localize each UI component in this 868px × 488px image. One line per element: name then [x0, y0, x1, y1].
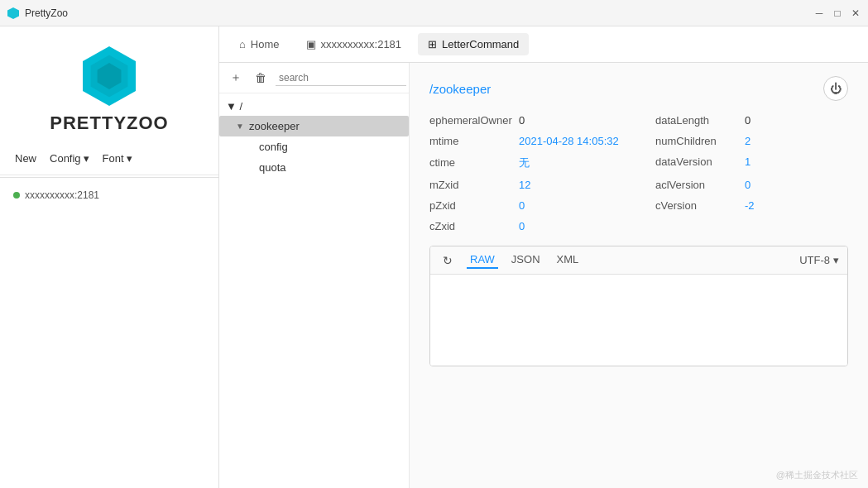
sidebar-connections: xxxxxxxxxx:2181 [0, 179, 218, 211]
zookeeper-label: zookeeper [249, 120, 300, 132]
data-version-label: dataVersion [655, 155, 738, 168]
encoding-arrow-icon: ▾ [833, 254, 839, 266]
pzxid-label: pZxid [429, 199, 512, 212]
cversion-row: cVersion -2 [655, 199, 848, 212]
tab-home-label: Home [251, 38, 280, 50]
home-icon: ⌂ [239, 38, 246, 50]
ephemeral-owner-row: ephemeralOwner 0 [429, 114, 622, 127]
config-label: Config [50, 152, 81, 165]
ephemeral-owner-label: ephemeralOwner [429, 114, 512, 127]
tab-letter-label: LetterCommand [442, 38, 519, 50]
logo-hex-icon [76, 43, 142, 109]
data-length-value: 0 [745, 114, 751, 127]
tree-root-node[interactable]: ▼ / [219, 97, 409, 116]
tab-home[interactable]: ⌂ Home [229, 33, 290, 55]
logo-container: PRETTYZOO [50, 43, 168, 134]
sidebar-menu: New Config ▾ Font ▾ [0, 142, 218, 175]
sidebar: PRETTYZOO New Config ▾ Font ▾ xxxxxxxxxx… [0, 26, 219, 488]
sidebar-divider [0, 177, 218, 178]
minimize-button[interactable]: ─ [813, 7, 825, 19]
mtime-value: 2021-04-28 14:05:32 [519, 135, 619, 147]
tree-delete-button[interactable]: 🗑 [251, 69, 271, 87]
pzxid-row: pZxid 0 [429, 199, 622, 212]
acl-version-row: aclVersion 0 [655, 179, 848, 191]
data-version-row: dataVersion 1 [655, 155, 848, 170]
data-length-label: dataLength [655, 114, 738, 127]
tree-panel: ＋ 🗑 ▼ / ▼ zookeeper [219, 63, 410, 488]
acl-version-value: 0 [745, 179, 751, 191]
czxid-row: cZxid 0 [429, 220, 622, 232]
detail-panel: /zookeeper ⏻ ephemeralOwner 0 dataLength… [410, 63, 868, 488]
new-button[interactable]: New [10, 149, 41, 168]
app-title: PrettyZoo [25, 7, 813, 19]
tab-server[interactable]: ▣ xxxxxxxxxx:2181 [296, 33, 412, 55]
sidebar-logo: PRETTYZOO [0, 26, 218, 142]
num-children-row: numChildren 2 [655, 135, 848, 147]
tree-nodes: ▼ / ▼ zookeeper config quota [219, 93, 409, 488]
editor-toolbar: ↻ RAW JSON XML UTF-8 ▾ [430, 246, 847, 275]
tree-node-zookeeper[interactable]: ▼ zookeeper [219, 116, 409, 136]
format-tab-raw[interactable]: RAW [467, 251, 498, 269]
tree-search-input[interactable] [276, 70, 406, 86]
format-tab-json[interactable]: JSON [508, 251, 544, 269]
letter-icon: ⊞ [428, 38, 437, 50]
close-button[interactable]: ✕ [850, 7, 861, 19]
title-bar: PrettyZoo ─ □ ✕ [0, 0, 868, 26]
data-version-value: 1 [745, 155, 751, 168]
cversion-label: cVersion [655, 199, 738, 212]
tree-node-quota[interactable]: quota [219, 157, 409, 178]
data-editor: ↻ RAW JSON XML UTF-8 ▾ [429, 246, 848, 366]
pzxid-value: 0 [519, 199, 525, 212]
svg-marker-0 [7, 7, 19, 19]
tree-add-button[interactable]: ＋ [226, 68, 246, 88]
num-children-value: 2 [745, 135, 751, 147]
config-button[interactable]: Config ▾ [45, 149, 94, 168]
editor-encoding-selector[interactable]: UTF-8 ▾ [799, 254, 839, 266]
connection-label: xxxxxxxxxx:2181 [25, 189, 99, 201]
czxid-value: 0 [519, 220, 525, 232]
config-arrow-icon: ▾ [84, 152, 89, 165]
cversion-value: -2 [745, 199, 755, 212]
window-controls: ─ □ ✕ [813, 7, 861, 19]
font-label: Font [103, 152, 124, 165]
config-node-label: config [259, 141, 288, 153]
ctime-value: 无 [519, 155, 530, 170]
server-icon: ▣ [306, 38, 316, 50]
root-label: / [239, 100, 242, 112]
zookeeper-arrow-icon: ▼ [236, 122, 246, 131]
content-area: ⌂ Home ▣ xxxxxxxxxx:2181 ⊞ LetterCommand… [219, 26, 868, 488]
mzxid-value: 12 [519, 179, 530, 191]
tab-bar: ⌂ Home ▣ xxxxxxxxxx:2181 ⊞ LetterCommand [219, 26, 868, 63]
app-body: PRETTYZOO New Config ▾ Font ▾ xxxxxxxxxx… [0, 26, 868, 488]
split-content: ＋ 🗑 ▼ / ▼ zookeeper [219, 63, 868, 488]
acl-version-label: aclVersion [655, 179, 738, 191]
font-arrow-icon: ▾ [127, 152, 132, 165]
power-button[interactable]: ⏻ [823, 76, 848, 101]
ctime-label: ctime [429, 156, 512, 169]
editor-refresh-button[interactable]: ↻ [439, 252, 457, 269]
encoding-label: UTF-8 [799, 254, 830, 266]
num-children-label: numChildren [655, 135, 738, 147]
root-arrow-icon: ▼ [226, 100, 239, 112]
ephemeral-owner-value: 0 [519, 114, 525, 127]
mtime-label: mtime [429, 135, 512, 147]
app-icon [7, 7, 20, 20]
quota-node-label: quota [259, 161, 286, 174]
mtime-row: mtime 2021-04-28 14:05:32 [429, 135, 622, 147]
tab-server-label: xxxxxxxxxx:2181 [321, 38, 402, 50]
maximize-button[interactable]: □ [832, 7, 843, 19]
connection-status-dot [13, 192, 20, 199]
logo-text: PRETTYZOO [50, 112, 168, 134]
ctime-row: ctime 无 [429, 155, 622, 170]
tree-toolbar: ＋ 🗑 [219, 63, 409, 93]
editor-body[interactable] [430, 275, 847, 366]
connection-item[interactable]: xxxxxxxxxx:2181 [7, 184, 212, 206]
node-path: /zookeeper [429, 82, 491, 96]
font-button[interactable]: Font ▾ [98, 149, 137, 168]
detail-header: /zookeeper ⏻ [429, 76, 848, 101]
format-tab-xml[interactable]: XML [554, 251, 583, 269]
tree-node-config[interactable]: config [219, 136, 409, 157]
new-label: New [15, 152, 36, 165]
tab-letter[interactable]: ⊞ LetterCommand [418, 33, 529, 55]
data-length-row: dataLength 0 [655, 114, 848, 127]
